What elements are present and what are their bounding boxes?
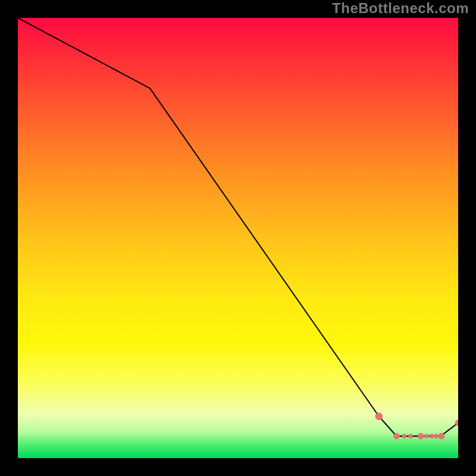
marker-dot	[375, 413, 383, 420]
marker-dot	[393, 433, 399, 439]
curve-line	[18, 18, 458, 436]
chart-stage: TheBottleneck.com	[0, 0, 476, 476]
watermark-text: TheBottleneck.com	[332, 0, 469, 17]
marker-dot	[439, 433, 444, 439]
chart-overlay	[18, 18, 458, 458]
marker-dot	[409, 434, 413, 439]
marker-dot	[402, 434, 406, 439]
marker-dot	[434, 434, 439, 439]
marker-dot	[430, 434, 434, 439]
marker-dot	[424, 434, 428, 439]
marker-dot	[418, 433, 424, 439]
